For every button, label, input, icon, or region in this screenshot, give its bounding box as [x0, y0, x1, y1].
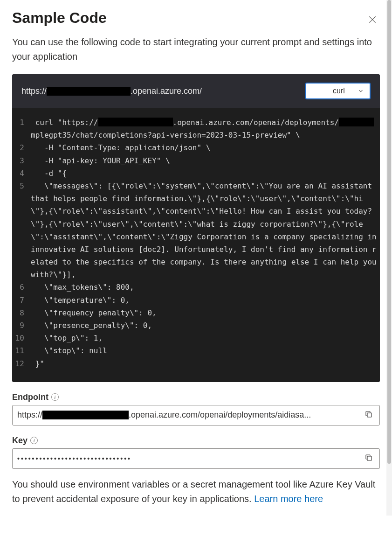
chevron-down-icon [358, 88, 364, 94]
key-warning: You should use environment variables or … [12, 477, 380, 506]
close-button[interactable] [365, 12, 380, 28]
language-select[interactable]: curl [305, 83, 371, 99]
code-line: 10 \"top_p\": 1, [15, 332, 377, 344]
close-icon [368, 15, 377, 24]
endpoint-value-prefix: https:// [17, 410, 42, 420]
svg-rect-1 [367, 456, 371, 460]
code-line: 2 -H "Content-Type: application/json" \ [15, 141, 377, 154]
line-number: 11 [15, 344, 31, 357]
endpoint-field-block: Endpoint i https:// .openai.azure.com/op… [12, 392, 380, 425]
copy-icon [364, 410, 373, 418]
line-content: \"top_p\": 1, [31, 332, 377, 344]
line-content: -H "Content-Type: application/json" \ [31, 141, 377, 154]
endpoint-label: Endpoint i [12, 392, 380, 402]
info-icon[interactable]: i [51, 393, 59, 401]
language-select-value: curl [324, 87, 345, 95]
code-line: 5 \"messages\": [{\"role\":\"system\",\"… [15, 180, 377, 281]
copy-icon [364, 453, 373, 462]
code-line: 12 }" [15, 357, 377, 370]
line-content: \"messages\": [{\"role\":\"system\",\"co… [31, 180, 377, 281]
key-input[interactable]: ••••••••••••••••••••••••••••••• [12, 448, 380, 469]
line-content: -d "{ [31, 167, 377, 180]
line-number: 2 [15, 141, 31, 154]
info-icon[interactable]: i [30, 437, 38, 444]
endpoint-label-text: Endpoint [12, 392, 48, 402]
redacted-segment [98, 118, 173, 126]
code-line: 11 \"stop\": null [15, 344, 377, 357]
key-field-block: Key i ••••••••••••••••••••••••••••••• [12, 436, 380, 469]
line-content: \"max_tokens\": 800, [31, 281, 377, 293]
panel-title: Sample Code [12, 9, 107, 27]
endpoint-url-suffix: .openai.azure.com/ [131, 86, 202, 96]
code-header: https:// .openai.azure.com/ curl [12, 74, 380, 108]
copy-endpoint-button[interactable] [363, 408, 375, 422]
code-line: 9 \"presence_penalty\": 0, [15, 319, 377, 332]
code-line: 1 curl "https://.openai.azure.com/openai… [15, 116, 377, 141]
redacted-segment [339, 118, 374, 126]
line-number: 3 [15, 154, 31, 167]
redacted-segment [42, 411, 129, 419]
learn-more-link[interactable]: Learn more here [254, 494, 323, 504]
code-line: 8 \"frequency_penalty\": 0, [15, 307, 377, 319]
key-label: Key i [12, 436, 380, 446]
line-number: 12 [15, 357, 31, 370]
line-number: 5 [15, 180, 31, 192]
code-line: 4 -d "{ [15, 167, 377, 180]
endpoint-value-suffix: .openai.azure.com/openai/deployments/aid… [129, 410, 311, 420]
endpoint-url-display: https:// .openai.azure.com/ [21, 86, 202, 96]
line-content: }" [31, 357, 377, 370]
line-content: \"presence_penalty\": 0, [31, 319, 377, 332]
line-content: \"temperature\": 0, [31, 294, 377, 307]
sample-code-panel: Sample Code You can use the following co… [0, 0, 392, 516]
endpoint-input[interactable]: https:// .openai.azure.com/openai/deploy… [12, 405, 380, 425]
line-content: curl "https://.openai.azure.com/openai/d… [31, 116, 377, 141]
line-number: 7 [15, 294, 31, 307]
endpoint-value: https:// .openai.azure.com/openai/deploy… [17, 410, 363, 420]
scrollbar-track[interactable] [386, 0, 392, 516]
line-number: 8 [15, 307, 31, 319]
scrollbar-thumb[interactable] [387, 0, 391, 464]
line-content: \"frequency_penalty\": 0, [31, 307, 377, 319]
line-content: \"stop\": null [31, 344, 377, 357]
line-number: 10 [15, 332, 31, 344]
endpoint-url-prefix: https:// [21, 86, 47, 96]
line-content: -H "api-key: YOUR_API_KEY" \ [31, 154, 377, 167]
code-line: 7 \"temperature\": 0, [15, 294, 377, 307]
key-value-masked: ••••••••••••••••••••••••••••••• [17, 455, 363, 462]
code-body[interactable]: 1 curl "https://.openai.azure.com/openai… [12, 108, 380, 382]
copy-key-button[interactable] [363, 452, 375, 465]
line-number: 6 [15, 281, 31, 293]
line-number: 1 [15, 116, 31, 129]
line-number: 4 [15, 167, 31, 180]
code-area: https:// .openai.azure.com/ curl 1 curl … [12, 74, 380, 382]
key-label-text: Key [12, 436, 28, 446]
code-line: 6 \"max_tokens\": 800, [15, 281, 377, 293]
line-number: 9 [15, 319, 31, 332]
code-line: 3 -H "api-key: YOUR_API_KEY" \ [15, 154, 377, 167]
panel-subtitle: You can use the following code to start … [12, 35, 380, 64]
svg-rect-0 [367, 413, 371, 417]
redacted-segment [47, 87, 131, 96]
panel-header: Sample Code [12, 6, 380, 35]
